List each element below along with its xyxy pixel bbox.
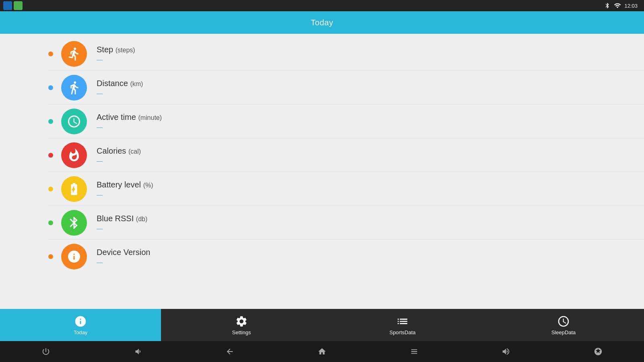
blue-rssi-title: Blue RSSI (db)	[97, 214, 147, 223]
distance-value: —	[97, 90, 143, 97]
tab-sleep-data[interactable]: SleepData	[483, 309, 644, 341]
battery-value: —	[97, 191, 153, 198]
battery-info: Battery level (%) —	[97, 180, 153, 198]
main-content: Step (steps) — Distance (km) —	[0, 34, 644, 309]
tab-sports-data[interactable]: SportsData	[322, 309, 483, 341]
step-info: Step (steps) —	[97, 45, 135, 63]
nav-back-button[interactable]	[220, 342, 239, 361]
distance-info: Distance (km) —	[97, 79, 143, 97]
list-item-calories[interactable]: Calories (cal) —	[0, 138, 644, 172]
tab-settings-label: Settings	[232, 329, 251, 335]
dot-device-version	[48, 254, 53, 259]
page-title: Today	[311, 18, 333, 27]
battery-title: Battery level (%)	[97, 180, 153, 189]
icon-calories	[61, 142, 87, 168]
list-item-distance[interactable]: Distance (km) —	[0, 71, 644, 105]
nav-volume-down-button[interactable]	[128, 342, 148, 361]
dot-distance	[48, 85, 53, 90]
tab-settings[interactable]: Settings	[161, 309, 322, 341]
wifi-status-icon	[614, 2, 621, 9]
distance-title: Distance (km)	[97, 79, 143, 88]
active-time-info: Active time (minute) —	[97, 113, 162, 130]
tab-today[interactable]: Today	[0, 309, 161, 341]
status-bar: 12:03	[0, 0, 644, 11]
bluetooth-status-icon	[604, 2, 611, 9]
device-version-value: —	[97, 259, 150, 265]
step-value: —	[97, 56, 135, 63]
dot-battery	[48, 187, 53, 191]
icon-step	[61, 41, 87, 67]
nav-power-button[interactable]	[36, 342, 56, 361]
nav-home-button[interactable]	[312, 342, 332, 361]
gear-icon	[235, 315, 248, 328]
icon-distance	[61, 75, 87, 101]
top-bar: Today	[0, 11, 644, 34]
step-title: Step (steps)	[97, 45, 135, 54]
app-icon-green	[14, 1, 23, 10]
blue-rssi-info: Blue RSSI (db) —	[97, 214, 147, 232]
list-icon	[396, 315, 409, 328]
dot-active-time	[48, 119, 53, 124]
list-item-blue-rssi[interactable]: Blue RSSI (db) —	[0, 206, 644, 240]
app-icon-blue	[3, 1, 12, 10]
dot-calories	[48, 153, 53, 158]
calories-info: Calories (cal) —	[97, 146, 141, 164]
tab-sleep-data-label: SleepData	[551, 329, 576, 335]
nav-brightness-button[interactable]	[588, 342, 608, 361]
active-time-title: Active time (minute)	[97, 113, 162, 122]
nav-volume-up-button[interactable]	[496, 342, 516, 361]
status-bar-left	[3, 0, 23, 11]
nav-bar	[0, 341, 644, 362]
icon-battery	[61, 176, 87, 202]
list-item-device-version[interactable]: Device Version —	[0, 240, 644, 274]
icon-device-version	[61, 244, 87, 269]
tab-today-label: Today	[74, 329, 88, 335]
bottom-tabs: Today Settings SportsData SleepData	[0, 309, 644, 341]
list-item-active-time[interactable]: Active time (minute) —	[0, 105, 644, 138]
tab-sports-data-label: SportsData	[389, 329, 415, 335]
icon-blue-rssi	[61, 210, 87, 236]
calories-value: —	[97, 157, 141, 164]
active-time-value: —	[97, 123, 162, 130]
dot-blue-rssi	[48, 220, 53, 225]
nav-recents-button[interactable]	[405, 342, 424, 361]
list-item-battery[interactable]: Battery level (%) —	[0, 172, 644, 206]
icon-active-time	[61, 109, 87, 134]
dot-step	[48, 51, 53, 56]
clock-icon	[557, 315, 570, 328]
calories-title: Calories (cal)	[97, 146, 141, 156]
device-version-info: Device Version —	[97, 248, 150, 265]
status-time: 12:03	[624, 3, 638, 9]
blue-rssi-value: —	[97, 225, 147, 232]
device-version-title: Device Version	[97, 248, 150, 257]
list-item-step[interactable]: Step (steps) —	[0, 37, 644, 71]
info-circle-icon	[74, 315, 87, 328]
